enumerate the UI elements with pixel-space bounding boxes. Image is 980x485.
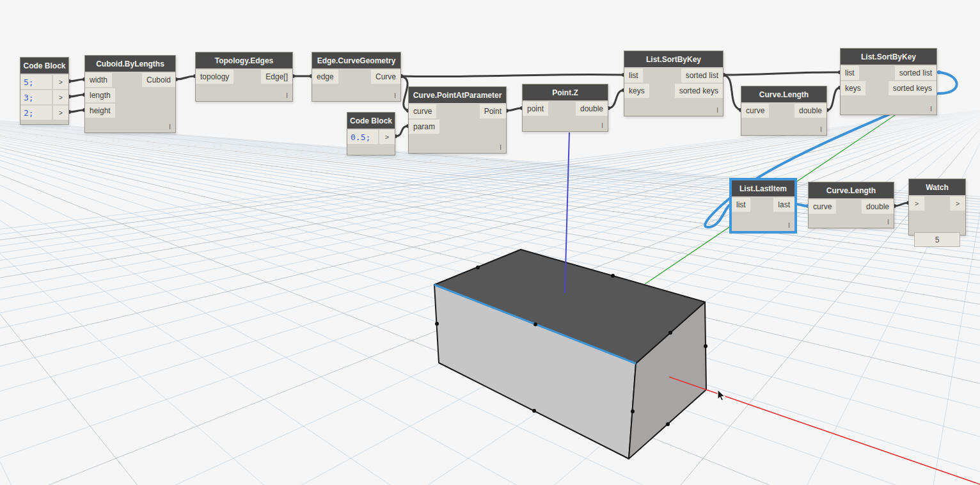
node-title[interactable]: Curve.Length — [809, 182, 894, 198]
output-port-double[interactable]: double — [794, 104, 826, 118]
input-port-list[interactable]: list — [841, 66, 859, 80]
wire-sortedlist1-to-sortbykey2-list[interactable] — [723, 72, 840, 75]
lacing-indicator[interactable]: I — [930, 106, 932, 113]
wire-double-to-sortbykey2-keys[interactable] — [827, 88, 840, 110]
code-value[interactable]: 0.5; — [347, 130, 378, 144]
dynamo-canvas[interactable]: Code Block 5;> 3;> 2;> Cuboid.ByLengths … — [0, 0, 980, 485]
node-title[interactable]: Curve.PointAtParameter — [409, 87, 506, 103]
output-port-cuboid[interactable]: Cuboid — [142, 73, 175, 87]
lacing-indicator[interactable]: I — [601, 122, 603, 129]
node-watch[interactable]: Watch >> 5 — [908, 179, 966, 235]
input-port-keys[interactable]: keys — [841, 81, 865, 95]
wire-point-to-pointz[interactable] — [507, 108, 522, 111]
wire-codeblock5-to-width[interactable] — [69, 79, 84, 81]
input-port-curve[interactable]: curve — [409, 104, 436, 118]
output-port-double[interactable]: double — [862, 200, 894, 214]
lacing-indicator[interactable]: I — [788, 222, 790, 229]
node-code-block-1[interactable]: Code Block 5;> 3;> 2;> — [20, 57, 69, 125]
code-value[interactable]: 3; — [20, 90, 52, 104]
output-port[interactable]: > — [950, 196, 965, 211]
wire-codeblock2-to-height[interactable] — [69, 110, 84, 112]
input-port-length[interactable]: length — [85, 88, 115, 102]
node-list-sortbykey-1[interactable]: List.SortByKey listsorted list keyssorte… — [624, 51, 723, 116]
output-port-sorted-keys[interactable]: sorted keys — [675, 84, 723, 98]
input-port-height[interactable]: height — [85, 104, 115, 118]
node-title[interactable]: Cuboid.ByLengths — [85, 56, 175, 72]
code-value[interactable]: 5; — [20, 75, 52, 89]
input-port-list[interactable]: list — [732, 198, 750, 212]
wire-curve-to-sortbykey1-list[interactable] — [401, 74, 624, 76]
node-edge-curvegeometry[interactable]: Edge.CurveGeometry edgeCurve I — [312, 52, 401, 102]
node-curve-length-1[interactable]: Curve.Length curvedouble I — [741, 86, 827, 136]
lacing-indicator[interactable]: I — [394, 92, 396, 99]
node-topology-edges[interactable]: Topology.Edges topologyEdge[] I — [195, 52, 293, 102]
wire-double-to-watch[interactable] — [894, 203, 908, 206]
input-port-param[interactable]: param — [409, 120, 439, 134]
input-port-curve[interactable]: curve — [741, 104, 769, 118]
output-port[interactable]: > — [379, 130, 395, 144]
lacing-indicator[interactable]: I — [820, 126, 822, 133]
output-port-edges[interactable]: Edge[] — [261, 70, 292, 84]
node-title[interactable]: Topology.Edges — [196, 52, 292, 68]
node-list-lastitem[interactable]: List.LastItem listlast I — [731, 180, 795, 232]
wire-codeblock05-to-param[interactable] — [395, 126, 408, 136]
output-port-point[interactable]: Point — [480, 104, 506, 118]
node-title[interactable]: Edge.CurveGeometry — [312, 52, 400, 68]
wire-cuboid-to-topology[interactable] — [176, 76, 195, 79]
input-port-topology[interactable]: topology — [196, 70, 233, 84]
input-port-keys[interactable]: keys — [624, 84, 649, 98]
input-port-list[interactable]: list — [624, 68, 643, 83]
node-title[interactable]: Code Block — [347, 113, 395, 129]
node-title[interactable]: Watch — [909, 179, 965, 195]
output-port-sorted-keys[interactable]: sorted keys — [889, 81, 937, 95]
node-cuboid-bylengths[interactable]: Cuboid.ByLengths widthCuboid length heig… — [84, 55, 176, 133]
node-title[interactable]: Curve.Length — [741, 86, 826, 102]
wire-sortedlist1-to-curvelength1[interactable] — [723, 75, 741, 110]
output-port[interactable]: > — [53, 106, 68, 120]
input-port-curve[interactable]: curve — [809, 200, 836, 214]
node-curve-pointatparameter[interactable]: Curve.PointAtParameter curvePoint param … — [408, 86, 507, 154]
output-port-sorted-list[interactable]: sorted list — [895, 66, 937, 80]
watch-value: 5 — [914, 232, 960, 247]
lacing-indicator[interactable]: I — [716, 107, 718, 114]
node-title[interactable]: List.SortByKey — [624, 51, 723, 67]
wire-curve-to-pointatparameter[interactable] — [401, 76, 408, 111]
node-list-sortbykey-2[interactable]: List.SortByKey listsorted list keyssorte… — [840, 48, 937, 115]
output-port[interactable]: > — [53, 90, 68, 104]
node-code-block-2[interactable]: Code Block 0.5;> — [347, 112, 395, 155]
node-point-z[interactable]: Point.Z pointdouble I — [522, 84, 608, 132]
node-title[interactable]: Code Block — [20, 58, 68, 74]
output-port[interactable]: > — [53, 75, 68, 89]
wire-last-to-curvelength2-selected[interactable] — [795, 204, 808, 206]
lacing-indicator[interactable]: I — [169, 123, 171, 131]
output-port-sorted-list[interactable]: sorted list — [681, 68, 723, 83]
node-title[interactable]: List.SortByKey — [841, 49, 937, 65]
wire-codeblock3-to-length[interactable] — [69, 95, 84, 97]
output-port-curve[interactable]: Curve — [371, 70, 400, 84]
wire-double-to-sortbykey1-keys[interactable] — [608, 90, 624, 108]
node-title[interactable]: Point.Z — [523, 84, 608, 100]
input-port-point[interactable]: point — [523, 102, 548, 116]
output-port-last[interactable]: last — [773, 198, 794, 212]
input-port-width[interactable]: width — [85, 73, 112, 87]
output-port-double[interactable]: double — [576, 102, 608, 116]
lacing-indicator[interactable]: I — [887, 219, 889, 226]
input-port-edge[interactable]: edge — [312, 70, 338, 84]
node-title[interactable]: List.LastItem — [732, 180, 794, 196]
lacing-indicator[interactable]: I — [500, 144, 502, 151]
node-curve-length-2[interactable]: Curve.Length curvedouble I — [808, 182, 894, 228]
code-value[interactable]: 2; — [20, 106, 52, 120]
input-port[interactable]: > — [909, 196, 924, 211]
lacing-indicator[interactable]: I — [286, 92, 288, 99]
